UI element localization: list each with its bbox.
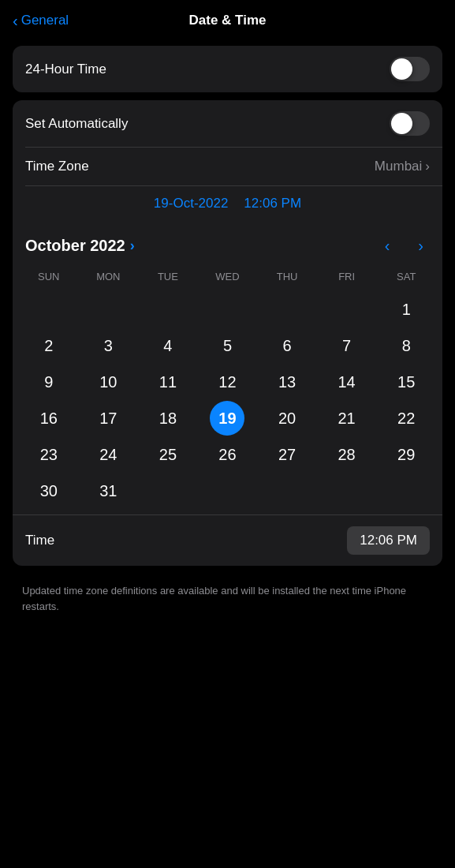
weekday-thu: THU	[257, 268, 317, 286]
cal-day-29[interactable]: 29	[389, 437, 423, 472]
page-title: Date & Time	[189, 13, 267, 28]
cal-day-8[interactable]: 8	[389, 328, 423, 363]
cal-day-27[interactable]: 27	[270, 437, 304, 472]
set-automatically-toggle[interactable]	[390, 111, 430, 136]
back-chevron-icon: ‹	[13, 12, 18, 30]
cal-day-24[interactable]: 24	[91, 437, 125, 472]
cal-day-16[interactable]: 16	[32, 401, 66, 436]
twenty-four-hour-label: 24-Hour Time	[25, 62, 106, 77]
cal-day-28[interactable]: 28	[330, 437, 364, 472]
time-label: Time	[25, 533, 54, 548]
calendar-nav: ‹ ›	[379, 234, 430, 258]
cal-day-14[interactable]: 14	[330, 365, 364, 399]
timezone-row[interactable]: Time Zone Mumbai ›	[13, 148, 442, 185]
selected-date[interactable]: 19-Oct-2022	[154, 196, 229, 211]
cal-day-3[interactable]: 3	[91, 328, 125, 363]
cal-day-20[interactable]: 20	[270, 401, 304, 436]
cal-day-empty	[210, 292, 244, 327]
cal-day-26[interactable]: 26	[210, 437, 244, 472]
cal-day-21[interactable]: 21	[330, 401, 364, 436]
set-automatically-label: Set Automatically	[25, 116, 128, 132]
cal-day-18[interactable]: 18	[151, 401, 185, 436]
weekday-sat: SAT	[376, 268, 436, 286]
cal-day-empty	[91, 292, 125, 327]
cal-day-30[interactable]: 30	[32, 473, 66, 508]
cal-day-17[interactable]: 17	[91, 401, 125, 436]
timezone-value: Mumbai ›	[375, 159, 430, 174]
set-automatically-row: Set Automatically	[13, 100, 442, 147]
prev-month-button[interactable]: ‹	[379, 234, 397, 258]
cal-day-6[interactable]: 6	[270, 328, 304, 363]
cal-day-23[interactable]: 23	[32, 437, 66, 472]
cal-day-13[interactable]: 13	[270, 365, 304, 399]
cal-day-12[interactable]: 12	[210, 365, 244, 399]
cal-day-empty	[330, 292, 364, 327]
timezone-label: Time Zone	[25, 159, 89, 174]
twenty-four-hour-toggle[interactable]	[390, 57, 430, 81]
toggle-knob	[391, 58, 412, 80]
cal-day-2[interactable]: 2	[32, 328, 66, 363]
twenty-four-hour-section: 24-Hour Time	[13, 46, 442, 92]
weekday-wed: WED	[198, 268, 258, 286]
calendar-header: October 2022 › ‹ ›	[13, 221, 442, 264]
next-month-button[interactable]: ›	[412, 234, 430, 258]
date-time-picker-row: 19-Oct-2022 12:06 PM	[13, 186, 442, 221]
header: ‹ General Date & Time	[0, 0, 455, 38]
cal-day-31[interactable]: 31	[91, 473, 125, 508]
cal-day-15[interactable]: 15	[389, 365, 423, 399]
calendar-weekdays: SUN MON TUE WED THU FRI SAT	[13, 264, 442, 289]
cal-day-empty	[270, 292, 304, 327]
cal-day-empty	[32, 292, 66, 327]
toggle-knob-auto	[391, 113, 412, 134]
month-year-label: October 2022	[25, 237, 125, 255]
cal-day-1[interactable]: 1	[389, 292, 423, 327]
cal-day-4[interactable]: 4	[151, 328, 185, 363]
cal-day-25[interactable]: 25	[151, 437, 185, 472]
cal-day-11[interactable]: 11	[151, 365, 185, 399]
cal-day-empty	[151, 292, 185, 327]
month-year-title[interactable]: October 2022 ›	[25, 237, 135, 255]
cal-day-22[interactable]: 22	[389, 401, 423, 436]
footer-note: Updated time zone definitions are availa…	[0, 574, 455, 623]
twenty-four-hour-row: 24-Hour Time	[13, 46, 442, 92]
back-label: General	[21, 13, 69, 28]
cal-day-9[interactable]: 9	[32, 365, 66, 399]
cal-day-10[interactable]: 10	[91, 365, 125, 399]
weekday-mon: MON	[79, 268, 139, 286]
back-button[interactable]: ‹ General	[13, 12, 69, 30]
weekday-tue: TUE	[138, 268, 198, 286]
cal-day-5[interactable]: 5	[210, 328, 244, 363]
weekday-sun: SUN	[19, 268, 79, 286]
month-expand-icon: ›	[130, 238, 135, 254]
selected-time-display[interactable]: 12:06 PM	[244, 196, 301, 211]
time-value[interactable]: 12:06 PM	[347, 526, 430, 555]
weekday-fri: FRI	[317, 268, 377, 286]
cal-day-7[interactable]: 7	[330, 328, 364, 363]
auto-section: Set Automatically Time Zone Mumbai › 19-…	[13, 100, 442, 566]
cal-day-19[interactable]: 19	[210, 401, 244, 436]
time-row: Time 12:06 PM	[13, 514, 442, 566]
calendar-days: 1 2 3 4 5 6 7 8 9 10 11 12 13 14 15 16 1…	[13, 289, 442, 514]
